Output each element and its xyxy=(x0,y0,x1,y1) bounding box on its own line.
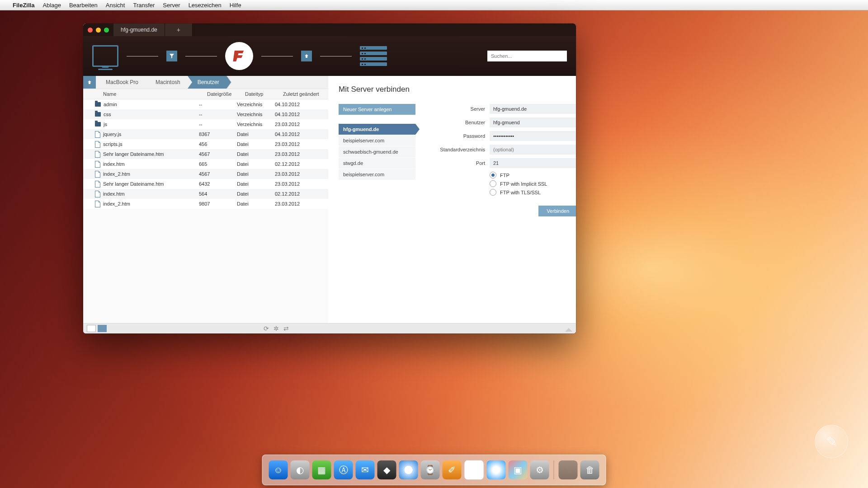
file-icon xyxy=(95,161,100,168)
dock-finder-icon[interactable]: ☺ xyxy=(269,460,288,479)
server-field[interactable] xyxy=(490,104,576,114)
protocol-option[interactable]: FTP with Implicit SSL xyxy=(490,180,576,187)
dock-trash-icon[interactable]: 🗑 xyxy=(580,460,599,479)
protocol-option[interactable]: FTP xyxy=(490,172,576,178)
dock-safari-icon[interactable]: ✦ xyxy=(399,460,418,479)
file-name: admin xyxy=(104,102,117,107)
port-field[interactable] xyxy=(490,158,576,168)
pane-heading: Mit Server verbinden xyxy=(339,85,576,94)
refresh-icon[interactable]: ⟳ xyxy=(264,325,269,332)
file-type: Datei xyxy=(237,151,275,157)
table-row[interactable]: scripts.js456Datei23.03.2012 xyxy=(83,139,328,149)
dir-field[interactable] xyxy=(490,145,576,155)
breadcrumb-item[interactable]: Macintosh xyxy=(146,76,188,89)
dock-dashboard-icon[interactable]: ◐ xyxy=(291,460,310,479)
file-date: 23.03.2012 xyxy=(275,171,328,177)
sync-icon[interactable]: ✲ xyxy=(274,325,279,332)
server-list-item[interactable]: beispielserver.com xyxy=(339,135,415,146)
menu-transfer[interactable]: Transfer xyxy=(133,2,155,9)
dock-app-icon[interactable]: ✉ xyxy=(356,460,375,479)
file-date: 23.03.2012 xyxy=(275,141,328,147)
breadcrumb-item-active[interactable]: Benutzer xyxy=(188,76,226,89)
table-row[interactable]: index_2.htm4567Datei23.03.2012 xyxy=(83,169,328,179)
folder-icon xyxy=(95,112,101,117)
file-date: 04.10.2012 xyxy=(275,131,328,137)
protocol-option[interactable]: FTP with TLS/SSL xyxy=(490,189,576,196)
dock-app-icon[interactable]: ▦ xyxy=(312,460,331,479)
breadcrumb-item[interactable]: MacBook Pro xyxy=(96,76,146,89)
table-row[interactable]: css--Verzeichnis04.10.2012 xyxy=(83,109,328,119)
view-split-icon[interactable] xyxy=(98,325,107,332)
search-input[interactable] xyxy=(487,51,567,61)
menu-server[interactable]: Server xyxy=(163,2,180,9)
tab-add[interactable]: + xyxy=(165,23,193,36)
server-list-item[interactable]: schwaebisch-gmuend.de xyxy=(339,146,415,158)
transfer-icon[interactable]: ⇄ xyxy=(283,325,289,332)
table-row[interactable]: index_2.htm9807Datei23.03.2012 xyxy=(83,199,328,209)
minimize-icon[interactable] xyxy=(96,28,101,33)
table-row[interactable]: index.htm564Datei02.12.2012 xyxy=(83,189,328,199)
mac-dock: ☺ ◐ ▦ Ⓐ ✉ ◆ ✦ ⌚ ✐ 17 ♪ ▣ ⚙ 🗑 xyxy=(262,455,606,485)
connect-button[interactable]: Verbinden xyxy=(538,206,576,216)
dock-app-icon[interactable]: ⚙ xyxy=(530,460,549,479)
table-row[interactable]: jquery.js8367Datei04.10.2012 xyxy=(83,129,328,139)
col-size[interactable]: Dateigröße xyxy=(207,91,245,97)
server-list-item[interactable]: hfg-gmuend.de xyxy=(339,124,415,135)
traffic-lights xyxy=(83,23,113,36)
breadcrumb-up-icon[interactable] xyxy=(83,76,96,89)
table-row[interactable]: Sehr langer Dateiname.htm4567Datei23.03.… xyxy=(83,149,328,159)
expand-caret-icon[interactable] xyxy=(565,328,572,332)
user-field[interactable] xyxy=(490,117,576,127)
file-type: Verzeichnis xyxy=(237,122,275,127)
table-row[interactable]: js--Verzeichnis23.03.2012 xyxy=(83,119,328,129)
server-list-item[interactable]: beispielserver.com xyxy=(339,169,415,180)
file-size: 4567 xyxy=(199,171,237,177)
dock-app-icon[interactable]: ⌚ xyxy=(421,460,440,479)
connect-label: Verbinden xyxy=(547,208,569,214)
file-size: -- xyxy=(199,112,237,117)
floating-action-icon[interactable]: ✎ xyxy=(815,425,848,458)
dock-separator xyxy=(554,460,554,479)
file-type: Verzeichnis xyxy=(237,102,275,107)
dock-stack-icon[interactable] xyxy=(559,460,578,479)
menu-hilfe[interactable]: Hilfe xyxy=(230,2,241,9)
file-date: 23.03.2012 xyxy=(275,201,328,206)
filter-icon[interactable] xyxy=(166,51,177,61)
dock-appstore-icon[interactable]: Ⓐ xyxy=(334,460,353,479)
server-form: Server Benutzer Password Standardverzeic… xyxy=(429,104,576,216)
radio-icon xyxy=(490,189,496,196)
server-list-item[interactable]: stwgd.de xyxy=(339,158,415,169)
password-field[interactable] xyxy=(490,131,576,141)
file-type: Datei xyxy=(237,201,275,206)
menubar-app-name[interactable]: FileZilla xyxy=(13,2,34,9)
col-date[interactable]: Zuletzt geändert xyxy=(283,91,328,97)
close-icon[interactable] xyxy=(88,28,93,33)
view-single-icon[interactable] xyxy=(87,325,96,332)
table-row[interactable]: Sehr langer Dateiname.htm6432Datei23.03.… xyxy=(83,179,328,189)
menu-ablage[interactable]: Ablage xyxy=(42,2,61,9)
connection-diagram-header xyxy=(83,36,576,76)
col-type[interactable]: Dateityp xyxy=(245,91,283,97)
file-icon xyxy=(95,171,100,178)
menu-ansicht[interactable]: Ansicht xyxy=(106,2,125,9)
table-row[interactable]: index.htm665Datei02.12.2012 xyxy=(83,159,328,169)
radio-icon xyxy=(490,180,496,187)
dock-app-icon[interactable]: ▣ xyxy=(509,460,528,479)
diagram-line xyxy=(320,56,352,56)
table-row[interactable]: admin--Verzeichnis04.10.2012 xyxy=(83,99,328,109)
server-list: Neuer Server anlegen hfg-gmuend.debeispi… xyxy=(339,104,415,216)
dock-app-icon[interactable]: ✐ xyxy=(443,460,462,479)
diagram-line xyxy=(185,56,217,56)
tab-label: hfg-gmuend.de xyxy=(121,27,157,33)
dock-app-icon[interactable]: ◆ xyxy=(377,460,396,479)
file-size: 456 xyxy=(199,141,237,147)
col-name[interactable]: Name xyxy=(83,91,207,97)
new-server-button[interactable]: Neuer Server anlegen xyxy=(339,104,415,115)
upload-icon[interactable] xyxy=(301,51,312,61)
dock-itunes-icon[interactable]: ♪ xyxy=(487,460,506,479)
menu-lesezeichen[interactable]: Lesezeichen xyxy=(189,2,222,9)
dock-calendar-icon[interactable]: 17 xyxy=(464,460,484,480)
zoom-icon[interactable] xyxy=(104,28,109,33)
menu-bearbeiten[interactable]: Bearbeiten xyxy=(69,2,98,9)
tab-connection[interactable]: hfg-gmuend.de xyxy=(113,23,165,36)
